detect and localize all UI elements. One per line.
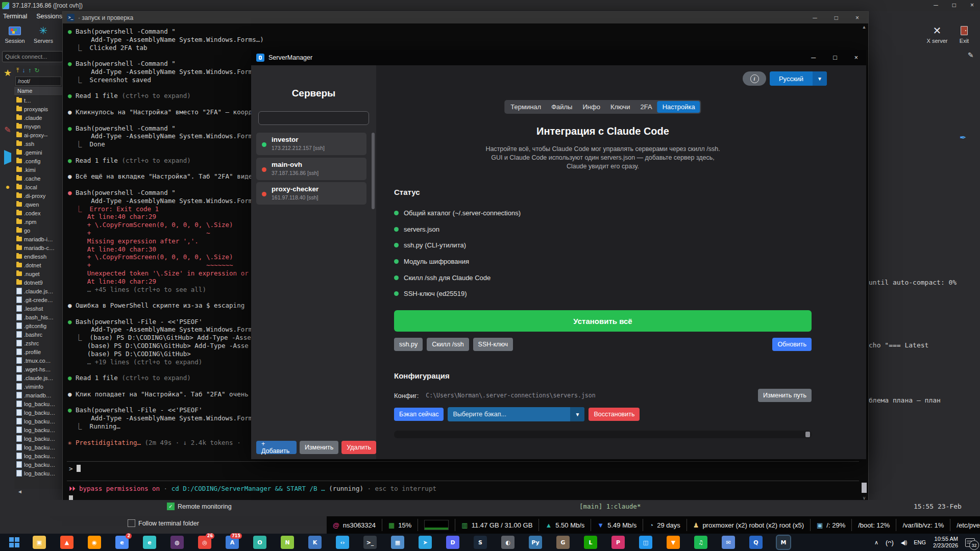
tree-item[interactable]: dotnet9 bbox=[14, 278, 62, 287]
edit-server-button[interactable]: Изменить bbox=[300, 441, 338, 454]
terminal-close-button[interactable]: × bbox=[855, 14, 859, 21]
restore-button[interactable]: Восстановить bbox=[589, 408, 640, 421]
tree-item[interactable]: .lesshst bbox=[14, 304, 62, 313]
terminal-tab-title[interactable]: · запуск и проверка bbox=[78, 14, 133, 21]
tree-item[interactable]: .mariadb… bbox=[14, 391, 62, 399]
taskbar-docker-icon[interactable]: ◫ bbox=[639, 536, 652, 549]
mobax-close-button[interactable]: × bbox=[970, 2, 974, 9]
taskbar-vlc-icon[interactable]: ▼ bbox=[667, 536, 680, 549]
tree-item[interactable]: .npm bbox=[14, 217, 62, 226]
taskbar-mail-icon[interactable]: ✉ bbox=[722, 536, 735, 549]
language-select[interactable]: Русский ▼ bbox=[770, 71, 827, 86]
taskbar-windows-terminal-icon[interactable]: >_ bbox=[363, 536, 377, 549]
taskbar-discord-icon[interactable]: D bbox=[446, 536, 459, 549]
tab-Инфо[interactable]: Инфо bbox=[577, 101, 605, 113]
path-input[interactable]: /root/ bbox=[15, 77, 61, 86]
taskbar-notepad-plus-icon[interactable]: N bbox=[281, 536, 294, 549]
tab-2FA[interactable]: 2FA bbox=[635, 101, 657, 113]
tab-Терминал[interactable]: Терминал bbox=[505, 101, 546, 113]
toolbar-exit-button[interactable]: Exit bbox=[950, 23, 978, 44]
tree-item[interactable]: log_backu… bbox=[14, 425, 62, 434]
tree-item[interactable]: .di-proxy bbox=[14, 191, 62, 200]
taskbar-pycharm-icon[interactable]: P bbox=[611, 536, 625, 549]
tree-item[interactable]: go bbox=[14, 226, 62, 235]
change-path-button[interactable]: Изменить путь bbox=[758, 389, 812, 402]
sm-maximize-button[interactable]: □ bbox=[833, 54, 837, 61]
terminal-prompt[interactable]: > bbox=[69, 465, 81, 472]
pen-nib-icon[interactable]: ✒ bbox=[960, 133, 966, 142]
taskbar-spotify-icon[interactable]: ♫ bbox=[694, 536, 707, 549]
tree-item[interactable]: .config bbox=[14, 157, 62, 165]
language-indicator[interactable]: ENG bbox=[914, 539, 926, 545]
server-card-main-ovh[interactable]: main-ovh37.187.136.86 [ssh] bbox=[256, 158, 366, 180]
tree-item[interactable]: .viminfo bbox=[14, 382, 62, 391]
tree-item[interactable]: .profile bbox=[14, 347, 62, 356]
tree-item[interactable]: log_backu… bbox=[14, 452, 62, 460]
taskbar-brave-icon[interactable]: ▲ bbox=[60, 536, 74, 549]
add-server-button[interactable]: + Добавить bbox=[256, 441, 297, 454]
server-card-proxy-checker[interactable]: proxy-checker161.97.118.40 [ssh] bbox=[256, 182, 366, 205]
tree-item[interactable]: t… bbox=[14, 96, 62, 105]
taskbar-edge-beta-icon[interactable]: e2 bbox=[115, 536, 129, 549]
speaker-icon[interactable]: ◀)) bbox=[901, 540, 906, 545]
tree-item[interactable]: log_backu… bbox=[14, 460, 62, 469]
taskbar-edge-icon[interactable]: e bbox=[143, 536, 156, 549]
scrollbar-thumb[interactable] bbox=[805, 432, 810, 437]
tree-item[interactable]: .gemini bbox=[14, 148, 62, 157]
toolbar-x-server-button[interactable]: ✕ X server bbox=[923, 23, 951, 44]
sm-close-button[interactable]: × bbox=[854, 54, 858, 61]
tree-item[interactable]: .claude.js… bbox=[14, 287, 62, 295]
tree-item[interactable]: .nuget bbox=[14, 269, 62, 278]
taskbar-gimp-icon[interactable]: G bbox=[556, 536, 570, 549]
tray-expand-icon[interactable]: ∧ bbox=[874, 539, 878, 546]
upload-icon[interactable]: ↑ bbox=[28, 67, 31, 74]
tree-item[interactable]: .dotnet bbox=[14, 261, 62, 269]
taskbar-telegram-icon[interactable]: ➤ bbox=[419, 536, 432, 549]
mobax-minimize-button[interactable]: ─ bbox=[934, 2, 938, 9]
chevron-left-icon[interactable]: ◄ bbox=[17, 489, 22, 494]
taskbar-tor-browser-icon[interactable]: ◍ bbox=[170, 536, 184, 549]
server-search-input[interactable] bbox=[258, 111, 369, 125]
tree-item[interactable]: .cache bbox=[14, 174, 62, 183]
tree-item[interactable]: log_backu… bbox=[14, 434, 62, 443]
tray-clock[interactable]: 10:55 AM 2/23/2026 bbox=[933, 536, 958, 549]
tree-item[interactable]: .zshrc bbox=[14, 339, 62, 347]
quick-connect-input[interactable]: Quick connect... bbox=[2, 51, 63, 62]
wifi-icon[interactable]: (ᴖ) bbox=[886, 539, 894, 546]
refresh-button[interactable]: Обновить bbox=[772, 338, 812, 351]
horizontal-scrollbar[interactable] bbox=[394, 431, 812, 438]
menu-sessions[interactable]: Sessions bbox=[36, 13, 62, 20]
scroll-up-icon[interactable]: ▲ bbox=[861, 24, 867, 30]
macro-pen-icon[interactable]: ✎ bbox=[2, 125, 13, 135]
server-list-scrollbar[interactable] bbox=[372, 133, 375, 209]
tree-item[interactable]: .bashrc bbox=[14, 330, 62, 339]
info-button[interactable]: i bbox=[743, 71, 766, 86]
tree-item[interactable]: log_backu… bbox=[14, 443, 62, 452]
taskbar-mobaxterm-icon[interactable]: M bbox=[777, 536, 790, 549]
terminal-maximize-button[interactable]: □ bbox=[835, 14, 838, 21]
remote-monitoring-checkbox[interactable]: ✓ Remote monitoring bbox=[167, 503, 232, 510]
install-all-button[interactable]: Установить всё bbox=[394, 310, 812, 332]
taskbar-windows-start-icon[interactable] bbox=[5, 536, 18, 549]
tab-Ключи[interactable]: Ключи bbox=[605, 101, 635, 113]
taskbar-anydesk-icon[interactable]: A715 bbox=[226, 536, 239, 549]
taskbar-vscode-icon[interactable]: ‹› bbox=[336, 536, 349, 549]
tree-item[interactable]: log_backu… bbox=[14, 469, 62, 478]
taskbar-libreoffice-icon[interactable]: L bbox=[584, 536, 597, 549]
tree-item[interactable]: .qwen bbox=[14, 200, 62, 209]
mobax-maximize-button[interactable]: □ bbox=[952, 2, 956, 9]
tab-Файлы[interactable]: Файлы bbox=[546, 101, 577, 113]
tree-item[interactable]: .bash_his… bbox=[14, 313, 62, 321]
taskbar-python-icon[interactable]: Py bbox=[529, 536, 542, 549]
server-card-investor[interactable]: investor173.212.212.157 [ssh] bbox=[256, 133, 366, 155]
taskbar-steam-icon[interactable]: S bbox=[474, 536, 487, 549]
name-column-header[interactable]: Name bbox=[14, 87, 62, 96]
tree-item[interactable]: .tmux.co… bbox=[14, 356, 62, 365]
component-button-ssh.py[interactable]: ssh.py bbox=[394, 338, 423, 351]
sm-minimize-button[interactable]: ─ bbox=[811, 54, 816, 61]
tree-item[interactable]: .claude bbox=[14, 113, 62, 122]
tree-item[interactable]: .ssh bbox=[14, 139, 62, 148]
tree-item[interactable]: log_backu… bbox=[14, 417, 62, 425]
taskbar-chrome-icon[interactable]: ◎26 bbox=[198, 536, 211, 549]
follow-terminal-checkbox[interactable]: Follow terminal folder bbox=[128, 519, 199, 527]
